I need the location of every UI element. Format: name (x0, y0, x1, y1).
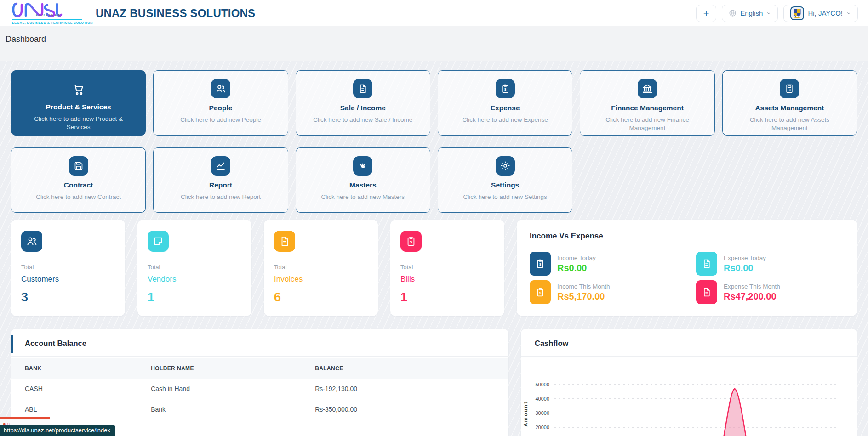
card-masters[interactable]: Masters Click here to add new Masters (296, 147, 430, 213)
clipboard-dollar-icon: $ (400, 231, 422, 252)
stat-card-bills: $ Total Bills 1 (390, 220, 504, 316)
globe-icon (729, 9, 737, 17)
cell-bank: ABL (11, 399, 145, 420)
table-row: ABL Bank Rs-350,000.00 (11, 399, 508, 420)
metric-label: Expense This Month (724, 283, 780, 290)
stats-row: Total Customers 3 Total Vendors 1 Total … (11, 220, 857, 316)
browser-status-bar: https://dis.unaz.net/productservice/inde… (0, 425, 115, 436)
area-fill (719, 389, 751, 436)
stat-value: 3 (21, 290, 115, 305)
stat-prefix: Total (400, 264, 494, 271)
expense-this-month: Expense This Month Rs47,200.00 (696, 280, 844, 304)
card-product-services[interactable]: Product & Services Click here to add new… (11, 70, 146, 136)
cell-holder: Cash in Hand (145, 379, 309, 399)
card-subtitle: Click here to add new Report (160, 193, 281, 201)
stat-value: 1 (148, 290, 241, 305)
file-icon (696, 252, 717, 276)
income-this-month: $ Income This Month Rs5,170.00 (530, 280, 678, 304)
income-today: $ Income Today Rs0.00 (530, 252, 678, 276)
logo-monogram-icon: SERVICES (12, 2, 82, 18)
stat-label: Customers (21, 275, 115, 284)
card-title: Assets Management (729, 104, 850, 112)
add-button[interactable]: + (696, 5, 716, 22)
note-icon (148, 231, 169, 252)
users-icon (21, 231, 42, 252)
clipboard-dollar-icon: $ (530, 280, 551, 304)
card-expense[interactable]: $ Expense Click here to add new Expense (438, 70, 572, 136)
gear-icon (496, 156, 515, 176)
user-greeting: Hi, JAYCO! (808, 9, 843, 17)
card-title: Sale / Income (303, 104, 423, 112)
app-logo[interactable]: SERVICES LEGAL, BUSINESS & TECHNICAL SOL… (12, 2, 82, 25)
y-axis-label: Amount (523, 401, 528, 426)
save-icon (69, 156, 88, 176)
cart-icon (69, 82, 88, 97)
brand-title: UNAZ BUSINESS SOLUTIONS (96, 7, 696, 20)
people-icon (211, 79, 230, 98)
app-header: SERVICES LEGAL, BUSINESS & TECHNICAL SOL… (0, 0, 868, 26)
panel-title: Cashflow (521, 329, 857, 357)
logo-services-text: SERVICES (36, 13, 62, 16)
table-row: CASH Cash in Hand Rs-192,130.00 (11, 379, 508, 399)
card-sale-income[interactable]: Sale / Income Click here to add new Sale… (296, 70, 430, 136)
stat-prefix: Total (274, 264, 368, 271)
metric-value: Rs0.00 (557, 263, 596, 273)
card-title: Masters (303, 181, 423, 189)
file-icon (353, 79, 372, 98)
cell-bank: CASH (11, 379, 145, 399)
column-bank: BANK (11, 358, 145, 379)
income-vs-expense-panel: Income Vs Expense $ Income Today Rs0.00 (517, 220, 857, 316)
stat-prefix: Total (21, 264, 115, 271)
table-header-row: BANK HOLDER NAME BALANCE (11, 358, 508, 379)
stat-label: Invoices (274, 275, 368, 284)
metric-label: Income This Month (557, 283, 610, 290)
card-title: Product & Services (18, 103, 139, 111)
card-settings[interactable]: Settings Click here to add new Settings (438, 147, 572, 213)
ytick: 20000 (535, 425, 549, 430)
cashflow-chart: 50000 40000 30000 20000 Amount (521, 375, 857, 436)
page-title: Dashboard (6, 34, 46, 44)
user-menu[interactable]: Hi, JAYCO! (783, 5, 858, 22)
cell-holder: Bank (145, 399, 309, 420)
card-people[interactable]: People Click here to add new People (153, 70, 288, 136)
card-title: Report (160, 181, 281, 189)
spiral-icon (353, 156, 372, 176)
card-report[interactable]: Report Click here to add new Report (153, 147, 288, 213)
svg-text:$: $ (504, 87, 507, 91)
stat-card-vendors: Total Vendors 1 (137, 220, 251, 316)
card-title: Contract (18, 181, 139, 189)
bottom-row: Account Balance BANK HOLDER NAME BALANCE… (11, 329, 857, 436)
card-subtitle: Click here to add new Contract (18, 193, 139, 201)
column-holder-name: HOLDER NAME (145, 358, 309, 379)
language-dropdown[interactable]: English (722, 5, 778, 22)
ytick: 50000 (535, 382, 549, 387)
accent-bar (11, 335, 13, 353)
panel-title: Account Balance (11, 329, 508, 357)
chart-line-icon (211, 156, 230, 176)
card-finance-management[interactable]: Finance Management Click here to add new… (580, 70, 714, 136)
card-contract[interactable]: Contract Click here to add new Contract (11, 147, 146, 213)
column-balance: BALANCE (309, 358, 508, 379)
svg-text:$: $ (410, 240, 412, 244)
card-subtitle: Click here to add new Settings (445, 193, 565, 201)
avatar (790, 6, 804, 20)
card-title: Finance Management (587, 104, 708, 112)
main-content: Product & Services Click here to add new… (0, 61, 868, 436)
quick-actions-grid: Product & Services Click here to add new… (11, 70, 857, 213)
expense-today: Expense Today Rs0.00 (696, 252, 844, 276)
card-subtitle: Click here to add new Assets Management (729, 116, 850, 132)
logo-tagline: LEGAL, BUSINESS & TECHNICAL SOLUTION (12, 19, 82, 25)
card-title: Expense (445, 104, 565, 112)
card-subtitle: Click here to add new Sale / Income (303, 116, 423, 124)
svg-text:$: $ (539, 291, 542, 295)
stat-card-customers: Total Customers 3 (11, 220, 125, 316)
panel-title: Income Vs Expense (530, 232, 844, 241)
metric-value: Rs0.00 (724, 263, 766, 273)
card-subtitle: Click here to add new Masters (303, 193, 423, 201)
account-balance-panel: Account Balance BANK HOLDER NAME BALANCE… (11, 329, 508, 436)
card-assets-management[interactable]: Assets Management Click here to add new … (722, 70, 857, 136)
card-title: People (160, 104, 281, 112)
chevron-down-icon (766, 11, 771, 16)
plus-icon: + (703, 8, 709, 18)
crest-icon (793, 9, 801, 18)
